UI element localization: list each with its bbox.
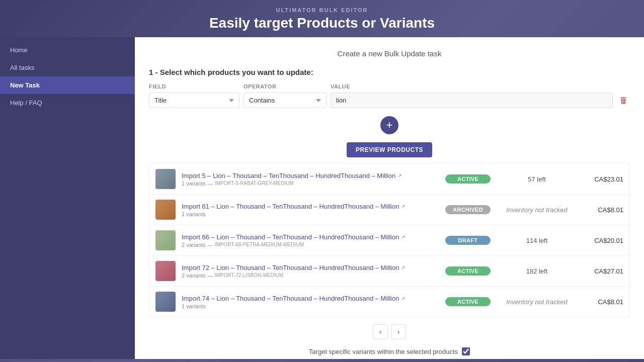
product-info: Import 5 – Lion – Thousand – TenThousand…: [182, 172, 439, 187]
product-price: CA$8.01: [583, 298, 623, 306]
external-link-icon: ↗: [401, 234, 405, 240]
product-variants: 1 variants: [182, 303, 439, 309]
page-title: Create a new Bulk Update task: [149, 49, 630, 58]
trash-icon: [619, 96, 628, 105]
external-link-icon: ↗: [401, 265, 405, 270]
value-label: VALUE: [331, 83, 350, 89]
table-row: Import 66 – Lion – Thousand – TenThousan…: [149, 225, 629, 256]
target-variants-label: Target specific variants within the sele…: [309, 348, 458, 355]
table-row: Import 61 – Lion – Thousand – TenThousan…: [149, 195, 629, 225]
external-link-icon: ↗: [397, 173, 401, 178]
table-row: Import 5 – Lion – Thousand – TenThousand…: [149, 164, 629, 195]
status-badge: ACTIVE: [445, 266, 491, 276]
product-thumbnail: [155, 292, 176, 312]
product-variants: 2 variants — IMPORT-72-LISBON-MEDIUM: [182, 273, 439, 279]
product-name[interactable]: Import 61 – Lion – Thousand – TenThousan…: [182, 203, 439, 210]
table-row: Import 74 – Lion – Thousand – TenThousan…: [149, 287, 629, 317]
product-inventory: 182 left: [497, 267, 577, 275]
variant-sku: IMPORT-5-RABAT-GREY-MEDIUM: [215, 180, 294, 186]
product-inventory: 57 left: [497, 175, 577, 183]
product-name[interactable]: Import 72 – Lion – Thousand – TenThousan…: [182, 264, 439, 272]
variant-sku: IMPORT-66-PETRA-MEDIUM-MEDIUM: [215, 242, 304, 247]
status-badge: ACTIVE: [445, 174, 491, 184]
product-price: CA$27.01: [583, 267, 623, 275]
table-row: Import 72 – Lion – Thousand – TenThousan…: [149, 256, 629, 287]
product-name[interactable]: Import 74 – Lion – Thousand – TenThousan…: [182, 295, 439, 302]
sidebar: Home All tasks New Task Help / FAQ: [0, 37, 135, 359]
delete-filter-button[interactable]: [617, 94, 630, 107]
product-variants: 1 variants: [182, 211, 439, 217]
product-info: Import 61 – Lion – Thousand – TenThousan…: [182, 203, 439, 217]
target-variants-checkbox[interactable]: [462, 347, 470, 355]
add-filter-container: +: [149, 116, 630, 134]
status-badge: ARCHIVED: [445, 205, 491, 214]
product-thumbnail: [155, 169, 176, 189]
product-name[interactable]: Import 5 – Lion – Thousand – TenThousand…: [182, 172, 439, 179]
external-link-icon: ↗: [401, 296, 405, 301]
section1-title: 1 - Select which products you want to up…: [149, 68, 630, 76]
product-inventory: 114 left: [497, 237, 577, 244]
sidebar-item-help[interactable]: Help / FAQ: [0, 94, 135, 112]
preview-products-button[interactable]: PREVIEW PRODUCTS: [347, 142, 432, 157]
product-variants: 1 variants — IMPORT-5-RABAT-GREY-MEDIUM: [182, 180, 439, 187]
product-price: CA$20.01: [583, 237, 623, 244]
operator-select[interactable]: Contains Equals Starts with: [244, 93, 327, 108]
sidebar-item-new-task[interactable]: New Task: [0, 76, 135, 94]
target-variants-row: Target specific variants within the sele…: [149, 347, 630, 355]
app-name: ULTIMATOR BULK EDITOR: [0, 7, 644, 13]
product-name[interactable]: Import 66 – Lion – Thousand – TenThousan…: [182, 233, 439, 241]
filter-value-input[interactable]: [331, 93, 613, 108]
products-list: Import 5 – Lion – Thousand – TenThousand…: [149, 163, 630, 317]
preview-btn-container: PREVIEW PRODUCTS: [149, 142, 630, 157]
product-filter-section: FIELD OPERATOR VALUE Title Vendor Type C…: [149, 83, 630, 108]
prev-page-button[interactable]: ‹: [373, 324, 388, 339]
product-thumbnail: [155, 261, 176, 281]
pagination: ‹ ›: [149, 324, 630, 339]
product-thumbnail: [155, 230, 176, 250]
product-price: CA$8.01: [583, 206, 623, 214]
field-select[interactable]: Title Vendor Type: [149, 93, 239, 108]
product-inventory: Inventory not tracked: [497, 298, 577, 306]
next-page-button[interactable]: ›: [391, 324, 406, 339]
field-label: FIELD: [149, 83, 239, 89]
app-tagline: Easily target Products or Variants: [0, 15, 644, 31]
filter-row: Title Vendor Type Contains Equals Starts…: [149, 93, 630, 108]
status-badge: DRAFT: [445, 236, 491, 245]
product-info: Import 72 – Lion – Thousand – TenThousan…: [182, 264, 439, 279]
operator-label: OPERATOR: [244, 83, 327, 89]
status-badge: ACTIVE: [445, 297, 491, 306]
product-price: CA$23.01: [583, 175, 623, 183]
add-filter-button[interactable]: +: [380, 116, 398, 134]
sidebar-item-all-tasks[interactable]: All tasks: [0, 59, 135, 76]
sidebar-item-home[interactable]: Home: [0, 41, 135, 59]
main-content: Create a new Bulk Update task 1 - Select…: [135, 37, 644, 359]
product-thumbnail: [155, 200, 176, 220]
product-variants: 2 variants — IMPORT-66-PETRA-MEDIUM-MEDI…: [182, 242, 439, 248]
product-inventory: Inventory not tracked: [497, 206, 577, 214]
external-link-icon: ↗: [401, 204, 405, 209]
product-info: Import 74 – Lion – Thousand – TenThousan…: [182, 295, 439, 309]
variant-sku: IMPORT-72-LISBON-MEDIUM: [215, 273, 284, 278]
product-info: Import 66 – Lion – Thousand – TenThousan…: [182, 233, 439, 248]
